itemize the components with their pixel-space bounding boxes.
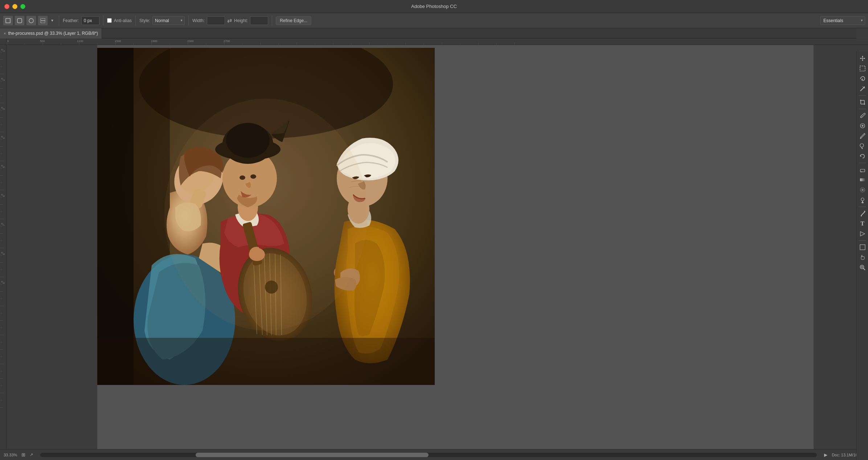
doc-tab-title: the-procuress.psd @ 33.3% (Layer 1, RGB/… (8, 31, 98, 36)
v-ruler-svg: 1 0 2 0 3 0 4 0 5 0 6 0 7 0 8 (0, 45, 7, 449)
lasso-tool[interactable] (858, 74, 867, 83)
zoom-tool[interactable] (858, 263, 867, 272)
titlebar: Adobe Photoshop CC (0, 0, 868, 13)
rt-sep-4 (859, 207, 866, 207)
feather-label: Feather: (63, 18, 79, 23)
canvas-container[interactable] (7, 45, 868, 449)
svg-text:1900: 1900 (151, 40, 157, 43)
marquee-ellipse-btn[interactable] (26, 16, 36, 26)
horizontal-scrollbar[interactable] (40, 453, 817, 457)
svg-text:0: 0 (1, 194, 3, 195)
svg-text:1100: 1100 (77, 40, 83, 43)
style-select[interactable]: Normal Fixed Ratio Fixed Size (152, 16, 185, 25)
style-select-wrapper[interactable]: Normal Fixed Ratio Fixed Size (152, 16, 185, 25)
svg-point-137 (164, 99, 368, 331)
maximize-button[interactable] (20, 4, 25, 9)
svg-rect-140 (860, 66, 865, 71)
svg-rect-5 (7, 38, 868, 45)
shape-tool[interactable] (858, 243, 867, 252)
app-title: Adobe Photoshop CC (411, 4, 457, 9)
svg-rect-159 (860, 178, 865, 181)
marquee-roundrect-btn[interactable] (15, 16, 25, 26)
eyedropper-tool[interactable] (858, 111, 867, 120)
anti-alias-label: Anti-alias (114, 18, 132, 23)
rt-sep-5 (859, 240, 866, 241)
svg-rect-1 (17, 18, 22, 23)
svg-rect-0 (6, 18, 10, 23)
canvas-area: 0 (0, 38, 868, 449)
swap-icon[interactable]: ⇄ (227, 17, 232, 24)
info-icon[interactable]: ↗ (30, 452, 33, 457)
svg-rect-42 (0, 45, 7, 449)
marquee-tool-options: ▼ (3, 16, 55, 26)
magic-wand-tool[interactable] (858, 84, 867, 94)
path-select-tool[interactable] (858, 229, 867, 239)
history-brush-tool[interactable] (858, 152, 867, 161)
svg-rect-136 (97, 338, 435, 385)
sep-3 (135, 16, 136, 26)
right-toolbar: T (856, 51, 868, 460)
horizontal-ruler: 0 (7, 38, 868, 45)
canvas-left-margin (7, 45, 97, 449)
svg-text:0: 0 (1, 49, 3, 50)
refine-edge-button[interactable]: Refine Edge... (276, 16, 311, 25)
close-button[interactable] (4, 4, 9, 9)
svg-line-169 (863, 268, 865, 270)
svg-text:500: 500 (40, 40, 45, 43)
pen-tool[interactable] (858, 209, 867, 218)
sep-4 (188, 16, 189, 26)
gradient-tool[interactable] (858, 175, 867, 185)
healing-brush-tool[interactable] (858, 121, 867, 130)
svg-point-162 (861, 198, 864, 201)
svg-line-150 (861, 116, 862, 117)
hand-tool[interactable] (858, 253, 867, 262)
width-label: Width: (192, 18, 205, 23)
marquee-single-row-btn[interactable] (38, 16, 48, 26)
svg-text:1500: 1500 (115, 40, 121, 43)
svg-point-164 (861, 202, 864, 203)
rt-sep-1 (859, 95, 866, 96)
rt-sep-3 (859, 163, 866, 163)
height-input[interactable] (250, 16, 268, 25)
svg-text:2300: 2300 (187, 40, 194, 43)
blur-tool[interactable] (858, 185, 867, 195)
vertical-ruler: 1 0 2 0 3 0 4 0 5 0 6 0 7 0 8 (0, 45, 7, 449)
svg-text:0: 0 (1, 281, 3, 282)
anti-alias-checkbox[interactable] (107, 18, 112, 23)
doc-tab-bar: × the-procuress.psd @ 33.3% (Layer 1, RG… (0, 28, 856, 38)
window-controls[interactable] (4, 4, 25, 9)
essentials-select[interactable]: Essentials 3D Graphic and Web Motion Pai… (820, 16, 865, 25)
clone-stamp-tool[interactable] (858, 141, 867, 151)
width-input[interactable] (207, 16, 225, 25)
scrollbar-thumb[interactable] (196, 453, 429, 457)
minimize-button[interactable] (12, 4, 17, 9)
essentials-wrapper[interactable]: Essentials 3D Graphic and Web Motion Pai… (820, 16, 865, 25)
doc-tab[interactable]: × the-procuress.psd @ 33.3% (Layer 1, RG… (0, 28, 102, 38)
dropdown-arrow-btn[interactable]: ▼ (49, 16, 55, 26)
svg-text:0: 0 (1, 78, 3, 79)
marquee-tool[interactable] (858, 64, 867, 73)
svg-point-154 (860, 144, 864, 147)
navigator-icon[interactable]: ⊞ (21, 452, 25, 457)
type-tool[interactable]: T (858, 219, 867, 228)
play-button[interactable]: ▶ (824, 452, 827, 457)
dodge-tool[interactable] (858, 195, 867, 205)
crop-tool[interactable] (858, 98, 867, 107)
sep-5 (272, 16, 272, 26)
svg-text:0: 0 (1, 165, 3, 166)
eraser-tool[interactable] (858, 165, 867, 174)
h-ruler-svg: 0 (7, 38, 868, 45)
marquee-rect-btn[interactable] (3, 16, 13, 26)
svg-text:2700: 2700 (224, 40, 230, 43)
svg-text:0: 0 (1, 252, 3, 253)
feather-input[interactable] (81, 16, 99, 25)
svg-line-141 (860, 88, 864, 91)
move-tool[interactable] (858, 54, 867, 63)
ruler-row: 0 (0, 38, 868, 45)
sep-1 (59, 16, 59, 26)
height-label: Height: (234, 18, 248, 23)
doc-tab-close[interactable]: × (4, 31, 6, 36)
brush-tool[interactable] (858, 131, 867, 141)
rt-sep-2 (859, 109, 866, 109)
painting-frame (97, 48, 435, 385)
